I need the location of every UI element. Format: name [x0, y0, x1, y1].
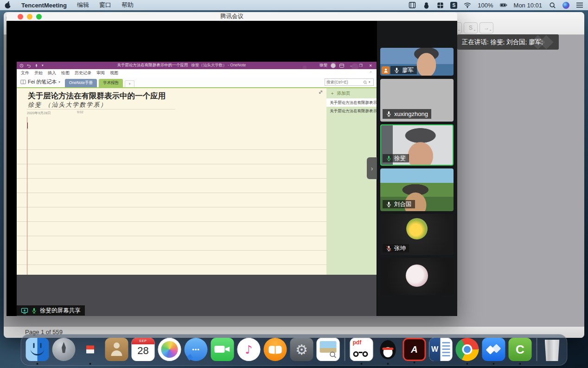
- sogou-input-icon[interactable]: S: [450, 2, 457, 9]
- camera-icon: [215, 346, 225, 353]
- ribbon-display-icon[interactable]: [339, 64, 345, 68]
- tab-file[interactable]: 文件: [21, 70, 29, 76]
- tab-history[interactable]: 历史记录: [75, 70, 91, 76]
- tab-review[interactable]: 审阅: [96, 70, 105, 76]
- spotlight-search-icon[interactable]: [549, 1, 556, 9]
- participant-tile-xufei-active-speaker[interactable]: 徐斐: [380, 124, 454, 166]
- qat-caret-icon[interactable]: ▾: [42, 64, 44, 67]
- onenote-account-name: 徐斐: [320, 63, 327, 68]
- dock-tencent-meeting[interactable]: [482, 338, 505, 361]
- battery-percent: 100%: [478, 2, 493, 9]
- siri-icon[interactable]: [562, 2, 569, 9]
- page-canvas[interactable]: 关于层论方法在有限群表示中的一个应用 徐斐 （汕头大学数学系） 2020年9月2…: [17, 88, 326, 276]
- dock-contacts[interactable]: [105, 338, 128, 361]
- page-title-divider: [27, 109, 175, 110]
- tab-home[interactable]: 开始: [34, 70, 43, 76]
- participant-tile-liaojun[interactable]: 廖军: [380, 48, 454, 76]
- search-scope-caret-icon[interactable]: ▾: [369, 80, 371, 84]
- dock-acrobat[interactable]: A: [403, 338, 426, 361]
- section-tab-onenote-manual[interactable]: OneNote手册: [65, 79, 97, 87]
- meeting-body: ▾ 关于层论方法在有限群表示中的一个应用 徐斐（汕头大学数） - OneNote…: [6, 21, 457, 316]
- dock-finder[interactable]: [26, 338, 49, 361]
- dock-launchpad[interactable]: [52, 338, 76, 361]
- dock-system-preferences[interactable]: ⚙: [290, 338, 313, 361]
- participant-label: 张坤: [383, 244, 409, 252]
- menubar-item-edit[interactable]: 编辑: [77, 1, 89, 9]
- notebook-caret-icon: ▾: [58, 80, 60, 84]
- pin-icon[interactable]: [34, 64, 38, 68]
- undo-icon[interactable]: [27, 64, 31, 68]
- participant-label: 徐斐: [383, 154, 409, 162]
- search-input[interactable]: [326, 80, 362, 84]
- notebook-name: Fei 的笔记本: [28, 78, 57, 85]
- input-method-icon[interactable]: [436, 1, 444, 9]
- new-section-tab[interactable]: +: [125, 80, 134, 87]
- add-page-button[interactable]: ＋ 添加页: [326, 88, 377, 98]
- participant-name: 刘合国: [394, 200, 412, 208]
- dock-preview[interactable]: [317, 338, 340, 361]
- menubar-clock[interactable]: Mon 10:01: [514, 2, 542, 9]
- section-tab-academic-report[interactable]: 学术报告: [99, 79, 123, 87]
- notification-center-icon[interactable]: [576, 1, 583, 9]
- onenote-restore-button[interactable]: ❐: [358, 64, 364, 68]
- film-status-icon[interactable]: [409, 1, 416, 9]
- pdf-arrow-tool-button[interactable]: →+: [479, 22, 493, 33]
- close-traffic-light[interactable]: [18, 14, 23, 19]
- dock-chrome[interactable]: [456, 338, 479, 361]
- participant-tile-zhangkun[interactable]: 张坤: [380, 214, 454, 255]
- participant-name: 徐斐: [394, 155, 406, 162]
- tab-insert[interactable]: 插入: [48, 70, 56, 76]
- glasses-icon: [353, 351, 359, 357]
- battery-icon[interactable]: [500, 1, 507, 9]
- dock-facetime[interactable]: [211, 338, 234, 361]
- photos-flower-icon: [159, 339, 179, 360]
- plus-icon: ＋: [330, 90, 335, 97]
- notebook-selector[interactable]: Fei 的笔记本 ▾: [19, 78, 63, 87]
- participant-tile-liuheguo[interactable]: 刘合国: [380, 168, 454, 211]
- participant-tile-xuxingzhong[interactable]: xuxingzhong: [380, 79, 454, 122]
- pdf-signature-tool-button[interactable]: S+: [464, 22, 478, 33]
- onenote-minimize-button[interactable]: –: [348, 64, 354, 68]
- participant-tile-unnamed[interactable]: [380, 258, 454, 295]
- dock-divider: [345, 338, 345, 361]
- screen-share-badge: 徐斐的屏幕共享: [17, 305, 85, 316]
- dock-safari[interactable]: [79, 338, 102, 361]
- ribbon-collapse-icon[interactable]: ⌃: [369, 71, 372, 75]
- zoom-traffic-light[interactable]: [36, 14, 42, 19]
- touch-mode-icon[interactable]: [19, 64, 24, 68]
- tab-draw[interactable]: 绘图: [61, 70, 70, 76]
- acrobat-glyph: A: [411, 344, 417, 355]
- add-page-label: 添加页: [337, 90, 351, 97]
- camera-lens-icon: [225, 347, 230, 352]
- dock-pdf-expert[interactable]: pdf: [350, 338, 373, 361]
- dock-calendar[interactable]: SEP 28: [132, 338, 155, 361]
- onenote-document-title: 关于层论方法在有限群表示中的一个应用: [117, 63, 188, 68]
- menubar-app-name[interactable]: TencentMeeting: [21, 2, 67, 9]
- wifi-icon[interactable]: [464, 1, 471, 9]
- dock-books[interactable]: [264, 338, 287, 361]
- dock-qq[interactable]: [377, 338, 400, 361]
- mic-speaking-icon: [386, 155, 392, 162]
- panel-collapse-handle[interactable]: ›: [367, 157, 377, 179]
- presenter-mic-icon: [31, 307, 37, 314]
- page-list-item-selected[interactable]: 关于层论方法在有限群表示中的一: [326, 98, 377, 107]
- dock-messages[interactable]: •••: [185, 338, 208, 361]
- dock-camtasia[interactable]: C: [509, 338, 532, 361]
- onenote-account-avatar[interactable]: [331, 63, 336, 68]
- dock: SEP 28 ••• ♪ ⚙ pdf A W C: [21, 334, 568, 366]
- dock-itunes[interactable]: ♪: [237, 338, 261, 361]
- search-box[interactable]: ▾: [325, 78, 374, 86]
- minimize-traffic-light[interactable]: [27, 14, 32, 19]
- menubar-item-window[interactable]: 窗口: [99, 1, 111, 9]
- dock-word[interactable]: W: [429, 338, 453, 361]
- dock-trash[interactable]: [544, 340, 561, 361]
- menubar-item-help[interactable]: 帮助: [121, 1, 134, 9]
- dock-photos[interactable]: [158, 338, 181, 361]
- page-list-item[interactable]: 关于层论方法在有限群表示中的应: [326, 107, 377, 115]
- tab-view[interactable]: 视图: [110, 70, 118, 76]
- qq-status-icon[interactable]: [422, 1, 430, 9]
- apple-menu-icon[interactable]: [5, 1, 11, 9]
- tooltip-logo-watermark: [539, 35, 553, 49]
- page-expand-icon[interactable]: [318, 90, 323, 95]
- onenote-close-button[interactable]: ✕: [367, 64, 374, 68]
